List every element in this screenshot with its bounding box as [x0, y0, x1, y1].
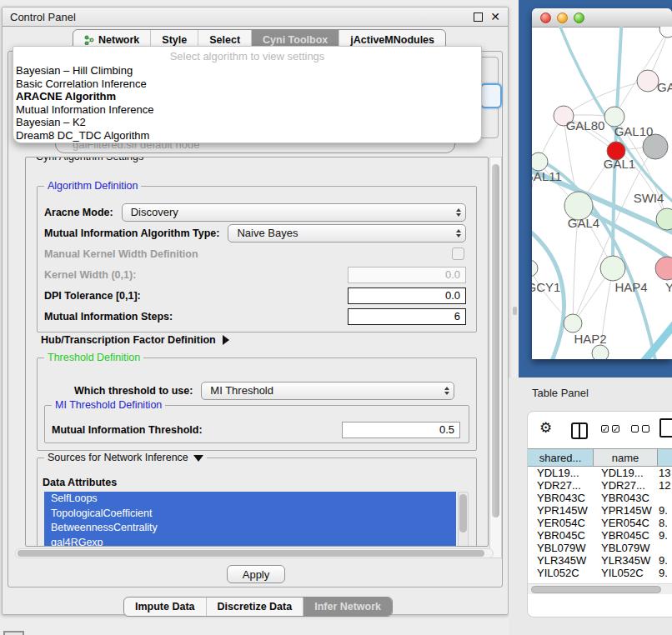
attribute-list-item[interactable]: gal4RGexp	[44, 536, 456, 548]
mi-type-value: Naive Bayes	[228, 227, 452, 239]
hub-definition-expander[interactable]: Hub/Transcription Factor Definition	[41, 334, 229, 346]
mi-threshold-field[interactable]: 0.5	[342, 422, 460, 438]
node-label: GAL80	[566, 118, 605, 132]
network-window-titlebar	[532, 8, 672, 28]
float-window-icon[interactable]	[474, 12, 483, 22]
sources-group: Sources for Network Inference Data Attri…	[37, 458, 477, 547]
table-row[interactable]: YBR045CYBR045C9.	[528, 529, 672, 542]
stepper-icon	[440, 387, 454, 395]
table-row[interactable]: YER054CYER054C8.	[528, 517, 672, 529]
tab-infer-network[interactable]: Infer Network	[303, 598, 392, 616]
tab-label: Network	[98, 34, 139, 46]
cell-shared-name: YER054C	[528, 517, 594, 529]
node-label: Y	[665, 280, 672, 294]
mi-threshold-label: Mutual Information Threshold:	[52, 424, 203, 436]
close-traffic-light[interactable]	[540, 12, 551, 23]
algorithm-dropdown-popup: Select algorithm to view settings Bayesi…	[13, 46, 482, 143]
column-header-name[interactable]: name	[594, 449, 658, 466]
hub-definition-label: Hub/Transcription Factor Definition	[41, 334, 216, 346]
network-node[interactable]	[564, 314, 582, 332]
scrollbar-thumb[interactable]	[459, 494, 467, 532]
attribute-list-item[interactable]: BetweennessCentrality	[44, 521, 456, 536]
dropdown-item[interactable]: Basic Correlation Inference	[13, 78, 481, 91]
table-row[interactable]: YBR043CYBR043C	[528, 492, 672, 504]
scrollbar-thumb[interactable]	[492, 164, 499, 518]
scrollbar-thumb[interactable]	[18, 550, 484, 557]
table-header-row: shared...name	[528, 448, 672, 467]
cell-name: YLR345W	[594, 554, 658, 567]
collapse-arrow-icon[interactable]	[193, 455, 203, 462]
dropdown-item[interactable]: Mutual Information Inference	[13, 103, 481, 117]
manual-kernel-checkbox[interactable]	[452, 248, 464, 260]
table-row[interactable]: YLR345WYLR345W9.	[528, 554, 672, 567]
close-icon[interactable]: ✕	[490, 11, 500, 22]
dropdown-item[interactable]: Bayesian – K2	[13, 116, 481, 129]
settings-vertical-scrollbar[interactable]	[489, 157, 502, 558]
table-row[interactable]: YIL052CYIL052C9.	[528, 567, 672, 577]
network-node[interactable]	[532, 260, 538, 277]
network-node[interactable]	[655, 257, 672, 280]
tab-label: Style	[162, 34, 187, 46]
table-horizontal-scrollbar[interactable]	[528, 583, 672, 594]
dropdown-item-list: Bayesian – Hill ClimbingBasic Correlatio…	[13, 64, 481, 142]
dpi-tolerance-field[interactable]: 0.0	[348, 288, 466, 304]
network-node[interactable]	[532, 152, 548, 171]
table-row[interactable]: YPR145WYPR145W9.	[528, 504, 672, 517]
network-node[interactable]	[659, 27, 672, 38]
dropdown-item[interactable]: Bayesian – Hill Climbing	[13, 64, 481, 78]
cell-shared-name: YBL079W	[528, 542, 594, 554]
dpi-tolerance-label: DPI Tolerance [0,1]:	[44, 290, 141, 302]
network-canvas[interactable]: GALGAL80GAL10GAL1GAL11GAL4SWI4GCY1HAP4YH…	[532, 27, 672, 359]
cell-shared-name: YBR045C	[528, 529, 594, 542]
column-header-shared...[interactable]: shared...	[528, 449, 594, 466]
attribute-list-item[interactable]: TopologicalCoefficient	[44, 507, 456, 522]
minimize-traffic-light[interactable]	[557, 12, 568, 23]
dropdown-item[interactable]: ARACNE Algorithm	[13, 90, 481, 103]
kernel-width-label: Kernel Width (0,1):	[44, 269, 136, 281]
table-row[interactable]: YBL079WYBL079W	[528, 542, 672, 554]
which-threshold-select[interactable]: MI Threshold	[201, 382, 454, 400]
minimized-panel-button[interactable]	[3, 631, 24, 635]
table-row[interactable]: YDL19...YDL19...13	[528, 467, 672, 479]
node-label: HAP2	[574, 332, 606, 346]
deselect-all-icon[interactable]	[631, 425, 649, 432]
unchecked-box-icon	[631, 425, 639, 432]
tab-label: Select	[209, 34, 240, 46]
zoom-traffic-light[interactable]	[574, 12, 584, 23]
network-node[interactable]	[592, 345, 609, 359]
column-view-icon[interactable]	[571, 422, 588, 439]
tab-impute-data[interactable]: Impute Data	[124, 598, 206, 616]
cell-shared-name: YDL19...	[528, 467, 594, 479]
mi-type-select[interactable]: Naive Bayes	[228, 224, 466, 242]
apply-button[interactable]: Apply	[227, 565, 285, 583]
tab-discretize-data[interactable]: Discretize Data	[206, 598, 303, 616]
table-rows: YDL19...YDL19...13YDR27...YDR27...12YBR0…	[528, 467, 672, 577]
panel-splitter-handle[interactable]	[513, 307, 517, 315]
new-table-icon[interactable]	[659, 418, 672, 438]
cell-shared-name: YIL052C	[528, 567, 594, 577]
algorithm-definition-group: Algorithm Definition Aracne Mode: Discov…	[37, 186, 477, 332]
settings-horizontal-scrollbar[interactable]	[15, 548, 494, 558]
threshold-definition-group: Threshold Definition Which threshold to …	[37, 358, 477, 451]
table-row[interactable]: YDR27...YDR27...12	[528, 479, 672, 492]
scrollbar-thumb[interactable]	[531, 586, 661, 593]
dropdown-item[interactable]: Dream8 DC_TDC Algorithm	[13, 129, 481, 142]
column-header-extra[interactable]	[658, 449, 672, 466]
network-node[interactable]	[637, 70, 659, 92]
attribute-list[interactable]: SelfLoopsTopologicalCoefficientBetweenne…	[44, 492, 456, 547]
select-all-icon[interactable]: ✓ ✓	[601, 425, 619, 432]
tab-label: jActiveMNodules	[350, 34, 434, 46]
kernel-width-field[interactable]: 0.0	[348, 267, 466, 283]
gear-icon[interactable]: ⚙	[539, 419, 552, 437]
algorithm-select-focus-ring[interactable]	[480, 83, 502, 108]
node-label: GAL11	[532, 169, 562, 183]
network-node[interactable]	[600, 256, 625, 281]
sources-legend-text: Sources for Network Inference	[48, 452, 188, 463]
attribute-list-item[interactable]: SelfLoops	[44, 492, 456, 507]
threshold-definition-legend: Threshold Definition	[44, 352, 143, 363]
attribute-list-scrollbar[interactable]	[458, 492, 469, 547]
cell-name: YER054C	[594, 517, 658, 529]
node-label: GCY1	[532, 280, 560, 294]
mi-steps-field[interactable]: 6	[348, 308, 466, 325]
aracne-mode-select[interactable]: Discovery	[122, 203, 466, 222]
